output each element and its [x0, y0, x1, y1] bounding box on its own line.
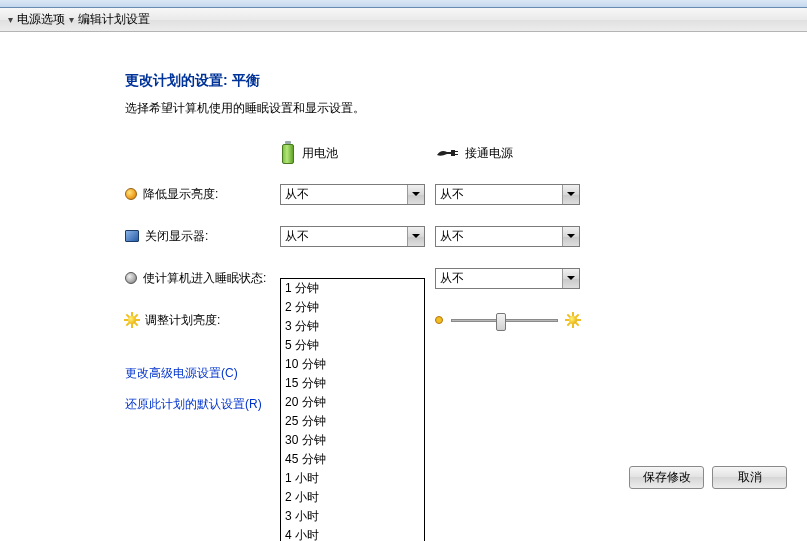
dropdown-option[interactable]: 4 小时: [281, 526, 424, 541]
breadcrumb: ▾ 电源选项 ▾ 编辑计划设置: [0, 8, 807, 32]
svg-rect-1: [455, 154, 458, 155]
restore-defaults-link[interactable]: 还原此计划的默认设置(R): [125, 396, 807, 413]
dropdown-option[interactable]: 20 分钟: [281, 393, 424, 412]
row-dim-display: 降低显示亮度: 从不 从不: [125, 183, 807, 205]
column-header-battery: 用电池: [280, 141, 435, 165]
sun-large-icon: [566, 313, 580, 327]
row-plan-brightness: 调整计划亮度:: [125, 309, 807, 331]
dropdown-option[interactable]: 1 分钟: [281, 279, 424, 298]
chevron-down-icon: [407, 185, 424, 204]
cancel-button[interactable]: 取消: [712, 466, 787, 489]
chevron-down-icon: [562, 185, 579, 204]
svg-rect-0: [455, 151, 458, 152]
sun-small-icon: [435, 316, 443, 324]
page-title: 更改计划的设置: 平衡: [125, 72, 807, 90]
sleep-plugged-select[interactable]: 从不: [435, 268, 580, 289]
dialog-buttons: 保存修改 取消: [629, 466, 787, 489]
row-label-text: 使计算机进入睡眠状态:: [143, 270, 266, 287]
chevron-down-icon[interactable]: ▾: [69, 14, 74, 25]
dim-icon: [125, 188, 137, 200]
dropdown-option[interactable]: 3 小时: [281, 507, 424, 526]
column-header-plugged: 接通电源: [435, 141, 590, 165]
display-off-battery-select[interactable]: 从不: [280, 226, 425, 247]
row-label-text: 降低显示亮度:: [143, 186, 218, 203]
battery-icon: [280, 141, 296, 165]
moon-icon: [125, 272, 137, 284]
page-subtext: 选择希望计算机使用的睡眠设置和显示设置。: [125, 100, 807, 117]
dropdown-option[interactable]: 1 小时: [281, 469, 424, 488]
slider-track[interactable]: [451, 319, 558, 322]
display-off-plugged-select[interactable]: 从不: [435, 226, 580, 247]
dropdown-option[interactable]: 30 分钟: [281, 431, 424, 450]
column-label: 用电池: [302, 145, 338, 162]
dropdown-option[interactable]: 10 分钟: [281, 355, 424, 374]
breadcrumb-item-power-options[interactable]: 电源选项: [17, 11, 65, 28]
select-value: 从不: [440, 186, 464, 203]
plug-icon: [435, 147, 459, 159]
dropdown-option[interactable]: 2 分钟: [281, 298, 424, 317]
dropdown-option[interactable]: 3 分钟: [281, 317, 424, 336]
dropdown-option[interactable]: 25 分钟: [281, 412, 424, 431]
brightness-plugged-slider[interactable]: [435, 313, 580, 327]
select-value: 从不: [440, 228, 464, 245]
row-sleep: 使计算机进入睡眠状态: 从不: [125, 267, 807, 289]
advanced-settings-link[interactable]: 更改高级电源设置(C): [125, 365, 807, 382]
dropdown-option[interactable]: 45 分钟: [281, 450, 424, 469]
dim-battery-select[interactable]: 从不: [280, 184, 425, 205]
window-titlebar: [0, 0, 807, 8]
column-headers: 用电池 接通电源: [125, 141, 807, 165]
breadcrumb-item-edit-plan[interactable]: 编辑计划设置: [78, 11, 150, 28]
row-label-text: 关闭显示器:: [145, 228, 208, 245]
chevron-down-icon: [562, 269, 579, 288]
sun-icon: [125, 313, 139, 327]
dim-plugged-select[interactable]: 从不: [435, 184, 580, 205]
dropdown-option[interactable]: 5 分钟: [281, 336, 424, 355]
slider-thumb[interactable]: [496, 313, 506, 331]
display-off-battery-dropdown[interactable]: 1 分钟2 分钟3 分钟5 分钟10 分钟15 分钟20 分钟25 分钟30 分…: [280, 278, 425, 541]
column-label: 接通电源: [465, 145, 513, 162]
dropdown-option[interactable]: 2 小时: [281, 488, 424, 507]
select-value: 从不: [285, 228, 309, 245]
chevron-down-icon: [407, 227, 424, 246]
save-button[interactable]: 保存修改: [629, 466, 704, 489]
monitor-icon: [125, 230, 139, 242]
select-value: 从不: [440, 270, 464, 287]
select-value: 从不: [285, 186, 309, 203]
links: 更改高级电源设置(C) 还原此计划的默认设置(R): [125, 365, 807, 413]
chevron-down-icon[interactable]: ▾: [8, 14, 13, 25]
row-label-text: 调整计划亮度:: [145, 312, 220, 329]
row-turn-off-display: 关闭显示器: 从不 从不: [125, 225, 807, 247]
dropdown-option[interactable]: 15 分钟: [281, 374, 424, 393]
chevron-down-icon: [562, 227, 579, 246]
